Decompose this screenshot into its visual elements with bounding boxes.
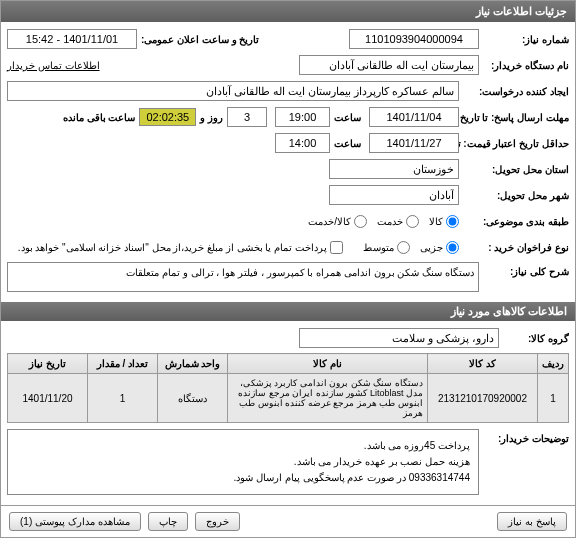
deadline-days-label: روز و bbox=[196, 112, 227, 123]
buyer-contact-link[interactable]: اطلاعات تماس خریدار bbox=[7, 60, 100, 71]
validity-date[interactable] bbox=[369, 133, 459, 153]
category-radio-goods[interactable]: کالا bbox=[429, 215, 459, 228]
purchase-radio-minor[interactable]: جزیی bbox=[420, 241, 459, 254]
city-input[interactable] bbox=[329, 185, 459, 205]
buyer-name-input[interactable] bbox=[299, 55, 479, 75]
buyer-name-label: نام دستگاه خریدار: bbox=[479, 60, 569, 71]
purchase-radio-medium[interactable]: متوسط bbox=[363, 241, 410, 254]
goods-group-label: گروه کالا: bbox=[499, 333, 569, 344]
answer-button[interactable]: پاسخ به نیاز bbox=[497, 512, 567, 531]
validity-time[interactable] bbox=[275, 133, 330, 153]
deadline-time[interactable] bbox=[275, 107, 330, 127]
cell-code: 2131210170920002 bbox=[428, 374, 538, 423]
province-label: استان محل تحویل: bbox=[459, 164, 569, 175]
treasury-checkbox[interactable]: پرداخت تمام یا بخشی از مبلغ خرید،از محل … bbox=[18, 241, 343, 254]
footer-toolbar: خروج چاپ مشاهده مدارک پیوستی (1) پاسخ به… bbox=[1, 505, 575, 537]
th-unit: واحد شمارش bbox=[158, 354, 228, 374]
validity-label: حداقل تاریخ اعتبار قیمت: تا bbox=[459, 138, 569, 149]
province-input[interactable] bbox=[329, 159, 459, 179]
remaining-label: ساعت باقی مانده bbox=[59, 112, 140, 123]
th-code: کد کالا bbox=[428, 354, 538, 374]
city-label: شهر محل تحویل: bbox=[459, 190, 569, 201]
deadline-date[interactable] bbox=[369, 107, 459, 127]
category-radio-both[interactable]: کالا/خدمت bbox=[308, 215, 367, 228]
request-creator-label: ایجاد کننده درخواست: bbox=[459, 86, 569, 97]
cell-qty: 1 bbox=[88, 374, 158, 423]
purchase-type-label: نوع فراخوان خرید : bbox=[459, 242, 569, 253]
cell-date: 1401/11/20 bbox=[8, 374, 88, 423]
goods-table: ردیف کد کالا نام کالا واحد شمارش تعداد /… bbox=[7, 353, 569, 423]
countdown-timer: 02:02:35 bbox=[139, 108, 196, 126]
notes-content: پرداخت 45روزه می باشد. هزینه حمل نصب بر … bbox=[7, 429, 479, 495]
window-title: جزئیات اطلاعات نیاز bbox=[1, 1, 575, 22]
table-row[interactable]: 1 2131210170920002 دستگاه سنگ شکن برون ا… bbox=[8, 374, 569, 423]
deadline-days[interactable] bbox=[227, 107, 267, 127]
goods-group-input[interactable] bbox=[299, 328, 499, 348]
validity-time-label: ساعت bbox=[330, 138, 361, 149]
cell-idx: 1 bbox=[538, 374, 569, 423]
th-name: نام کالا bbox=[228, 354, 428, 374]
attachments-button[interactable]: مشاهده مدارک پیوستی (1) bbox=[9, 512, 141, 531]
note-line-2: هزینه حمل نصب بر عهده خریدار می باشد. bbox=[16, 454, 470, 470]
announce-label: تاریخ و ساعت اعلان عمومی: bbox=[137, 34, 259, 45]
table-header-row: ردیف کد کالا نام کالا واحد شمارش تعداد /… bbox=[8, 354, 569, 374]
deadline-time-label: ساعت bbox=[330, 112, 361, 123]
category-radio-service[interactable]: خدمت bbox=[377, 215, 419, 228]
desc-label: شرح کلی نیاز: bbox=[479, 262, 569, 277]
desc-textarea[interactable]: دستگاه سنگ شکن برون اندامی همراه با کمپر… bbox=[7, 262, 479, 292]
cell-name: دستگاه سنگ شکن برون اندامی کاربرد پزشکی،… bbox=[228, 374, 428, 423]
th-qty: تعداد / مقدار bbox=[88, 354, 158, 374]
print-button[interactable]: چاپ bbox=[148, 512, 188, 531]
notes-label: توضیحات خریدار: bbox=[479, 429, 569, 444]
th-date: تاریخ نیاز bbox=[8, 354, 88, 374]
request-creator-input[interactable] bbox=[7, 81, 459, 101]
th-idx: ردیف bbox=[538, 354, 569, 374]
note-line-3: 09336314744 در صورت عدم پاسخگویی پیام ار… bbox=[16, 470, 470, 486]
category-label: طبقه بندی موضوعی: bbox=[459, 216, 569, 227]
goods-section-header: اطلاعات کالاهای مورد نیاز bbox=[1, 302, 575, 321]
cell-unit: دستگاه bbox=[158, 374, 228, 423]
need-number-label: شماره نیاز: bbox=[479, 34, 569, 45]
deadline-label: مهلت ارسال پاسخ: تا تاریخ: bbox=[459, 112, 569, 123]
exit-button[interactable]: خروج bbox=[195, 512, 240, 531]
need-number-input[interactable] bbox=[349, 29, 479, 49]
announce-input[interactable] bbox=[7, 29, 137, 49]
note-line-1: پرداخت 45روزه می باشد. bbox=[16, 438, 470, 454]
